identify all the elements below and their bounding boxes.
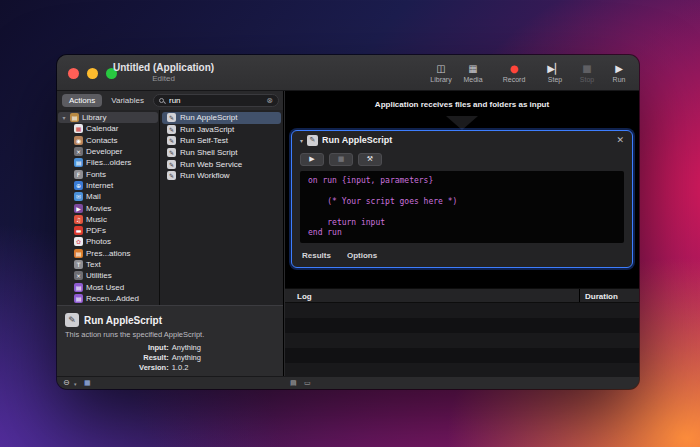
category-row[interactable]: ✿ Photos [57, 236, 159, 247]
category-row[interactable]: ⊕ Internet [57, 180, 159, 191]
category-row[interactable]: ▤ Files...olders [57, 157, 159, 168]
traffic-lights [68, 68, 117, 79]
minimize-window-button[interactable] [87, 68, 98, 79]
media-browser-button[interactable]: ▦ [84, 379, 91, 387]
search-field[interactable]: ⊗ [153, 94, 279, 107]
results-tab[interactable]: Results [302, 251, 331, 260]
code-line: on run {input, parameters} [308, 176, 616, 186]
code-line [308, 207, 616, 217]
variables-tab[interactable]: Variables [104, 94, 151, 107]
run-script-button[interactable]: ▶ [300, 153, 324, 166]
actions-tab[interactable]: Actions [62, 94, 102, 107]
columns-view-button[interactable]: ▭ [304, 379, 311, 387]
category-row[interactable]: ◉ Contacts [57, 135, 159, 146]
category-row[interactable]: ▾ ▤ Library [58, 112, 158, 123]
remove-action-button[interactable]: ⊖ [63, 378, 70, 387]
record-icon: ● [510, 63, 519, 75]
category-row[interactable]: ▤ Pres...ations [57, 248, 159, 259]
log-column-header: Log [297, 292, 312, 301]
developer-icon: × [74, 147, 83, 156]
info-field-value: 1.0.2 [172, 363, 201, 372]
media-button[interactable]: ▦ Media [459, 57, 487, 88]
action-row[interactable]: ✎ Run JavaScript [162, 124, 281, 136]
library-button[interactable]: ◫ Library [427, 57, 455, 88]
stop-button[interactable]: ■ Stop [573, 57, 601, 88]
options-tab[interactable]: Options [347, 251, 377, 260]
compile-script-button[interactable]: ⚒ [358, 153, 382, 166]
clear-search-icon[interactable]: ⊗ [266, 97, 273, 105]
chevron-down-icon[interactable]: ▾ [74, 381, 77, 387]
category-row[interactable]: ▦ Calendar [57, 123, 159, 134]
category-row[interactable]: ▤ Most Used [57, 281, 159, 292]
category-row[interactable]: ▶ Movies [57, 202, 159, 213]
category-row[interactable]: T Text [57, 259, 159, 270]
close-window-button[interactable] [68, 68, 79, 79]
step-button[interactable]: ▶▏ Step [541, 57, 569, 88]
category-row[interactable]: × Utilities [57, 270, 159, 281]
action-row[interactable]: ✎ Run Self-Test [162, 135, 281, 147]
collapse-chevron-icon[interactable]: ▾ [300, 137, 303, 144]
action-row[interactable]: ✎ Run AppleScript [162, 112, 281, 124]
log-header: Log Duration [285, 288, 639, 303]
action-block-title: Run AppleScript [322, 135, 392, 145]
workflow-canvas: Application receives files and folders a… [285, 91, 639, 376]
script-toolbar: ▶ ■ ⚒ [292, 149, 632, 169]
close-action-icon[interactable]: ✕ [616, 135, 624, 145]
category-row[interactable]: ▤ Recen...Added [57, 293, 159, 304]
record-button[interactable]: ● Record [500, 57, 528, 88]
music-icon: ♫ [74, 215, 83, 224]
list-view-button[interactable]: ▤ [290, 379, 297, 387]
category-label: Mail [86, 192, 101, 201]
category-label: Internet [86, 181, 113, 190]
category-label: Recen...Added [86, 294, 139, 303]
toolbar-button-label: Library [430, 76, 451, 83]
log-column-divider[interactable] [579, 289, 580, 302]
run-icon: ▶ [615, 63, 623, 75]
info-field-label: Result: [139, 353, 169, 362]
search-icon [159, 98, 164, 103]
action-label: Run Shell Script [180, 148, 237, 157]
action-info-panel: ✎ Run AppleScript This action runs the s… [57, 305, 283, 376]
movies-icon: ▶ [74, 204, 83, 213]
info-header: ✎ Run AppleScript [57, 306, 283, 330]
stop-icon: ■ [582, 63, 591, 75]
toolbar-button-label: Media [463, 76, 482, 83]
action-row[interactable]: ✎ Run Web Service [162, 158, 281, 170]
toolbar-button-label: Step [548, 76, 562, 83]
run-web-service-icon: ✎ [167, 160, 176, 169]
category-row[interactable]: F Fonts [57, 168, 159, 179]
category-row[interactable]: ▬ PDFs [57, 225, 159, 236]
sidebar-columns: ▾ ▤ Library ▦ Calendar ◉ Contacts [57, 110, 283, 305]
window-title: Untitled (Application) [113, 61, 214, 74]
category-list: ▾ ▤ Library ▦ Calendar ◉ Contacts [57, 110, 160, 305]
info-field-label: Version: [139, 363, 169, 372]
category-label: Movies [86, 204, 111, 213]
run-applescript-action-block[interactable]: ▾ ✎ Run AppleScript ✕ ▶ ■ ⚒ [291, 130, 633, 268]
code-line: return input [308, 218, 616, 228]
run-applescript-icon: ✎ [65, 313, 79, 327]
log-rows [285, 303, 639, 376]
run-workflow-icon: ✎ [167, 171, 176, 180]
action-label: Run AppleScript [180, 113, 237, 122]
action-row[interactable]: ✎ Run Workflow [162, 170, 281, 182]
search-input[interactable] [167, 95, 263, 106]
category-row[interactable]: ♫ Music [57, 214, 159, 225]
info-fields: Input: Anything Result: Anything Version… [57, 343, 283, 372]
action-row[interactable]: ✎ Run Shell Script [162, 147, 281, 159]
category-label: Pres...ations [86, 249, 130, 258]
action-label: Run Self-Test [180, 136, 228, 145]
info-field-value: Anything [172, 353, 201, 362]
recently-added-folder-icon: ▤ [74, 294, 83, 303]
run-button[interactable]: ▶ Run [605, 57, 633, 88]
stop-script-button[interactable]: ■ [329, 153, 353, 166]
library-icon: ◫ [436, 63, 445, 75]
media-icon: ▦ [468, 63, 477, 75]
disclosure-triangle-icon[interactable]: ▾ [61, 114, 67, 121]
category-row[interactable]: ✉ Mail [57, 191, 159, 202]
category-row[interactable]: × Developer [57, 146, 159, 157]
library-tabs: Actions Variables [62, 94, 151, 107]
applescript-editor[interactable]: on run {input, parameters} (* Your scrip… [300, 171, 624, 243]
run-shell-script-icon: ✎ [167, 148, 176, 157]
titlebar[interactable]: Untitled (Application) Edited ◫ Library … [57, 55, 639, 91]
info-field-value: Anything [172, 343, 201, 352]
